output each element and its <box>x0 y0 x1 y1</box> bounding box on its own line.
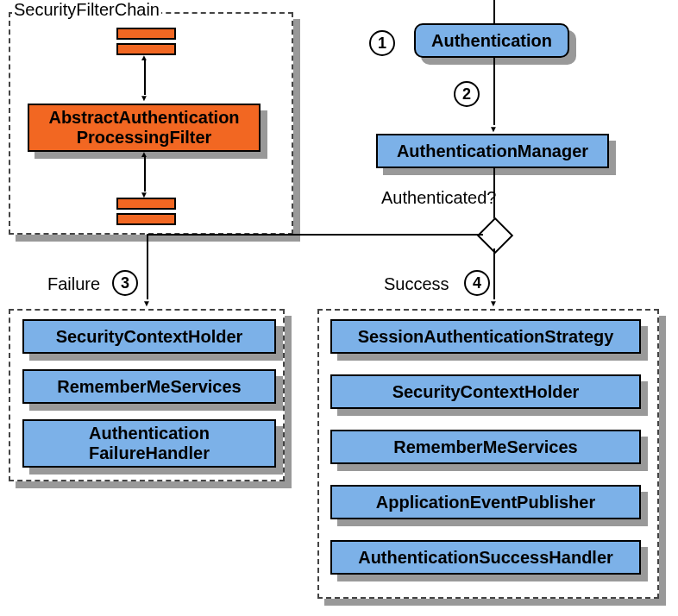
step-number-1: 1 <box>369 30 395 56</box>
flow-arrow <box>493 58 495 125</box>
failure-item: SecurityContextHolder <box>22 319 276 354</box>
failure-label: Failure <box>47 274 100 294</box>
decision-diamond <box>477 217 513 254</box>
arrow-updown <box>144 157 146 192</box>
success-item: SessionAuthenticationStrategy <box>330 319 641 354</box>
success-label: Success <box>384 274 449 294</box>
flow-line <box>493 0 495 23</box>
abstract-auth-processing-filter: AbstractAuthentication ProcessingFilter <box>28 104 261 152</box>
failure-item: RememberMeServices <box>22 369 276 404</box>
authentication-box: Authentication <box>414 23 569 58</box>
filter-bar <box>116 213 176 225</box>
decision-label: Authenticated? <box>381 188 496 208</box>
authentication-manager-box: AuthenticationManager <box>376 134 609 168</box>
success-item: AuthenticationSuccessHandler <box>330 540 641 575</box>
failure-item: Authentication FailureHandler <box>22 419 276 468</box>
filter-bar <box>116 28 176 40</box>
arrow-updown <box>144 60 146 95</box>
success-item: SecurityContextHolder <box>330 374 641 409</box>
step-number-2: 2 <box>454 81 480 107</box>
success-item: RememberMeServices <box>330 430 641 464</box>
branch-line <box>147 234 483 236</box>
failure-arrow <box>147 234 148 299</box>
success-item: ApplicationEventPublisher <box>330 485 641 519</box>
filterchain-title: SecurityFilterChain <box>12 0 161 20</box>
success-arrow <box>493 248 495 299</box>
filter-bar <box>116 198 176 210</box>
step-number-3: 3 <box>112 270 138 296</box>
step-number-4: 4 <box>464 270 490 296</box>
